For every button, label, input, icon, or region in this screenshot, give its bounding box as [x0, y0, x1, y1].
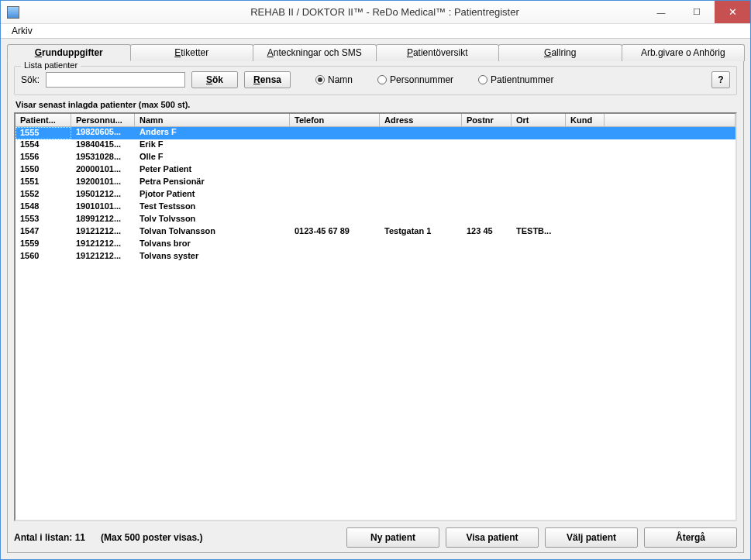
cell-tel [290, 201, 380, 214]
cell-person: 18991212... [71, 214, 135, 226]
radio-personnummer[interactable]: Personnummer [377, 74, 453, 85]
cell-namn: Tolvan Tolvansson [135, 226, 290, 239]
show-patient-button[interactable]: Visa patient [446, 527, 539, 548]
table-row[interactable]: 155419840415...Erik F [16, 139, 735, 152]
col-telefon[interactable]: Telefon [290, 114, 380, 126]
cell-patient: 1550 [16, 164, 71, 177]
menu-arkiv[interactable]: Arkiv [5, 24, 39, 38]
cell-tel [290, 177, 380, 189]
cell-ort [512, 152, 566, 164]
cell-person: 20000101... [71, 164, 135, 177]
grid-header: Patient... Personnu... Namn Telefon Adre… [16, 114, 735, 127]
window-title: REHAB II / DOKTOR II™ - ReDo Medical™ : … [19, 6, 750, 18]
table-row[interactable]: 155219501212...Pjotor Patient [16, 189, 735, 201]
cell-ort [512, 201, 566, 214]
radio-namn[interactable]: Namn [315, 74, 353, 85]
cell-tel [290, 127, 380, 139]
cell-namn: Erik F [135, 139, 290, 152]
new-patient-button[interactable]: Ny patient [346, 527, 439, 548]
search-row: Sök: Sök Rensa Namn [21, 71, 730, 88]
col-filler [605, 114, 735, 126]
table-row[interactable]: 155519820605...Anders F [16, 127, 735, 139]
cell-tel [290, 189, 380, 201]
cell-tel [290, 152, 380, 164]
cell-postnr: 123 45 [462, 226, 512, 239]
col-ort[interactable]: Ort [512, 114, 566, 126]
select-patient-button[interactable]: Välj patient [545, 527, 638, 548]
search-input[interactable] [46, 72, 185, 88]
cell-namn: Olle F [135, 152, 290, 164]
cell-postnr [462, 201, 512, 214]
search-label: Sök: [21, 74, 40, 85]
cell-namn: Tolvans bror [135, 239, 290, 251]
cell-tel [290, 239, 380, 251]
tab-gallring[interactable]: Gallring [498, 44, 622, 61]
cell-ort: TESTB... [512, 226, 566, 239]
window-controls: — ☐ ✕ [643, 1, 750, 23]
cell-patient: 1555 [16, 127, 71, 139]
cell-adr [380, 177, 462, 189]
cell-tel [290, 214, 380, 226]
table-row[interactable]: 154819010101...Test Testsson [16, 201, 735, 214]
table-row[interactable]: 154719121212...Tolvan Tolvansson0123-45 … [16, 226, 735, 239]
footer-row: Antal i listan: 11 (Max 500 poster visas… [14, 527, 737, 548]
cell-kund [566, 214, 605, 226]
cell-patient: 1553 [16, 214, 71, 226]
table-row[interactable]: 155919121212...Tolvans bror [16, 239, 735, 251]
table-row[interactable]: 155020000101...Peter Patient [16, 164, 735, 177]
tab-arbgivare[interactable]: Arb.givare o Anhörig [622, 44, 746, 61]
cell-kund [566, 201, 605, 214]
cell-adr [380, 214, 462, 226]
clear-button[interactable]: Rensa [244, 71, 291, 88]
search-mode-radios: Namn Personnummer Patientnummer [315, 74, 553, 85]
tab-panel: Lista patienter Sök: Sök Rensa Namn [7, 61, 744, 553]
patient-grid: Patient... Personnu... Namn Telefon Adre… [14, 112, 737, 521]
cell-patient: 1560 [16, 251, 71, 263]
cell-adr [380, 127, 462, 139]
search-group: Lista patienter Sök: Sök Rensa Namn [14, 66, 737, 95]
minimize-button[interactable]: — [643, 1, 679, 23]
menubar: Arkiv [1, 24, 750, 39]
col-adress[interactable]: Adress [380, 114, 462, 126]
col-personnummer[interactable]: Personnu... [71, 114, 135, 126]
cell-namn: Peter Patient [135, 164, 290, 177]
cell-ort [512, 214, 566, 226]
maximize-button[interactable]: ☐ [679, 1, 715, 23]
radio-patientnummer[interactable]: Patientnummer [478, 74, 553, 85]
col-patient[interactable]: Patient... [16, 114, 71, 126]
radio-dot-icon [315, 75, 325, 84]
cell-tel [290, 251, 380, 263]
cell-adr [380, 239, 462, 251]
tab-etiketter[interactable]: Etiketter [130, 44, 254, 61]
table-row[interactable]: 155619531028...Olle F [16, 152, 735, 164]
cell-ort [512, 164, 566, 177]
grid-body[interactable]: 155519820605...Anders F155419840415...Er… [16, 127, 735, 520]
client-area: Grunduppgifter Etiketter Anteckningar oc… [1, 39, 750, 559]
cell-postnr [462, 189, 512, 201]
tab-anteckningar[interactable]: Anteckningar och SMS [253, 44, 377, 61]
cell-adr [380, 164, 462, 177]
cell-postnr [462, 251, 512, 263]
cell-ort [512, 127, 566, 139]
help-button[interactable]: ? [711, 71, 730, 88]
cell-person: 19531028... [71, 152, 135, 164]
tab-patientoversikt[interactable]: Patientöversikt [376, 44, 500, 61]
cell-ort [512, 139, 566, 152]
search-button[interactable]: Sök [191, 71, 238, 88]
cell-person: 19501212... [71, 189, 135, 201]
back-button[interactable]: Återgå [644, 527, 737, 548]
table-row[interactable]: 155318991212...Tolv Tolvsson [16, 214, 735, 226]
cell-tel [290, 164, 380, 177]
cell-namn: Tolvans syster [135, 251, 290, 263]
cell-person: 19200101... [71, 177, 135, 189]
table-row[interactable]: 155119200101...Petra Pensionär [16, 177, 735, 189]
groupbox-title: Lista patienter [21, 60, 81, 70]
col-kund[interactable]: Kund [566, 114, 605, 126]
close-button[interactable]: ✕ [715, 1, 750, 23]
col-postnr[interactable]: Postnr [462, 114, 512, 126]
col-namn[interactable]: Namn [135, 114, 290, 126]
tab-grunduppgifter[interactable]: Grunduppgifter [7, 44, 131, 61]
table-row[interactable]: 156019121212...Tolvans syster [16, 251, 735, 263]
cell-postnr [462, 152, 512, 164]
titlebar: REHAB II / DOKTOR II™ - ReDo Medical™ : … [1, 1, 750, 24]
